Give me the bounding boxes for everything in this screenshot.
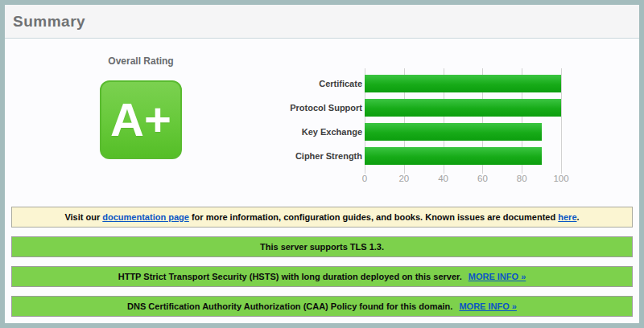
chart-bar	[365, 147, 542, 165]
axis-tick-label: 60	[477, 174, 488, 183]
overall-rating-label: Overall Rating	[93, 55, 188, 67]
panel-header: Summary	[5, 5, 639, 39]
chart-bar	[365, 123, 542, 141]
more-info-link[interactable]: MORE INFO »	[459, 301, 517, 311]
page-title: Summary	[5, 5, 639, 39]
chart-ticks: 020406080100	[365, 174, 561, 185]
more-info-link[interactable]: MORE INFO »	[469, 272, 526, 281]
axis-tick-label: 100	[553, 174, 568, 183]
banner-text: This server supports TLS 1.3.	[260, 242, 384, 252]
banner-caa: DNS Certification Authority Authorizatio…	[11, 296, 633, 317]
banner-text: HTTP Strict Transport Security (HSTS) wi…	[118, 272, 462, 281]
grade-badge: A+	[100, 80, 182, 159]
notice-text-3: .	[577, 212, 580, 222]
chart-category-label: Protocol Support	[243, 99, 362, 117]
chart-bar	[365, 75, 561, 92]
gridline	[561, 68, 562, 174]
documentation-notice: Visit our documentation page for more in…	[11, 207, 633, 228]
banner-hsts: HTTP Strict Transport Security (HSTS) wi…	[11, 266, 633, 287]
known-issues-link[interactable]: here	[558, 212, 576, 222]
chart-bar	[365, 99, 561, 117]
chart-plot	[365, 68, 561, 170]
axis-tick-label: 80	[517, 174, 527, 183]
notice-text-1: Visit our	[64, 212, 100, 222]
chart-category-label: Cipher Strength	[243, 147, 362, 165]
banner-text: DNS Certification Authority Authorizatio…	[127, 301, 452, 311]
grade-value: A+	[110, 96, 171, 143]
axis-tick-label: 20	[398, 174, 409, 183]
chart-category-label: Certificate	[243, 75, 362, 92]
axis-tick-label: 40	[438, 174, 448, 183]
notice-text-2: for more information, configuration guid…	[192, 212, 555, 222]
chart-labels: CertificateProtocol SupportKey ExchangeC…	[243, 68, 362, 170]
chart-category-label: Key Exchange	[243, 123, 362, 141]
banner-tls13: This server supports TLS 1.3.	[11, 236, 633, 257]
axis-tick-label: 0	[362, 174, 367, 183]
documentation-page-link[interactable]: documentation page	[102, 212, 189, 222]
summary-panel: Summary Overall Rating A+ CertificatePro…	[0, 0, 644, 328]
